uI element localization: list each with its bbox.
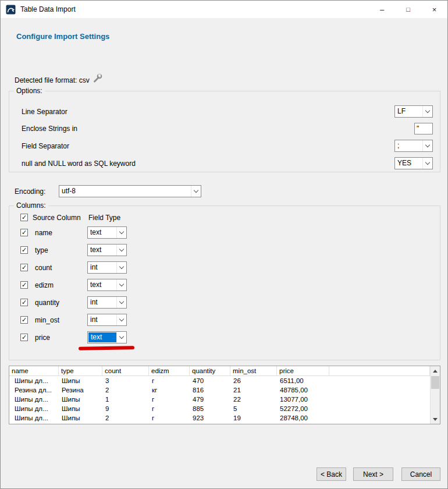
scrollbar-thumb[interactable] bbox=[431, 376, 439, 389]
column-min-ost-checkbox[interactable]: ✓ bbox=[20, 316, 28, 324]
cell-name: Шипы дл... bbox=[9, 404, 59, 413]
null-keyword-label: null and NULL word as SQL keyword bbox=[22, 160, 136, 168]
preview-header-quantity[interactable]: quantity bbox=[190, 366, 230, 375]
minimize-button[interactable]: – bbox=[369, 1, 395, 18]
chevron-down-icon bbox=[422, 106, 432, 117]
cell-quantity: 885 bbox=[190, 404, 230, 413]
preview-header-min-ost[interactable]: min_ost bbox=[230, 366, 277, 375]
source-column-select-all-checkbox[interactable]: ✓ bbox=[20, 214, 28, 221]
column-row-count: ✓ count int bbox=[9, 261, 440, 274]
preview-table: name type count edizm quantity min_ost p… bbox=[9, 366, 440, 424]
table-row[interactable]: Резина дл... Резина 2 кг 816 21 48785,00 bbox=[9, 385, 430, 395]
line-separator-value: LF bbox=[395, 106, 422, 117]
cell-price: 13077,00 bbox=[277, 395, 329, 404]
mysql-workbench-icon bbox=[6, 5, 16, 15]
column-count-type-select[interactable]: int bbox=[87, 261, 127, 274]
source-column-header: Source Column bbox=[33, 214, 81, 222]
column-name-label: name bbox=[35, 229, 52, 237]
column-min-ost-type-select[interactable]: int bbox=[87, 314, 127, 326]
preview-header-name[interactable]: name bbox=[9, 366, 59, 375]
field-separator-select[interactable]: ; bbox=[394, 140, 433, 152]
column-quantity-label: quantity bbox=[35, 299, 59, 307]
column-price-label: price bbox=[35, 334, 50, 342]
table-row[interactable]: Шипы дл... Шипы 2 г 923 19 28748,00 bbox=[9, 413, 430, 423]
chevron-down-icon bbox=[116, 314, 126, 325]
cell-filler bbox=[329, 404, 430, 413]
cell-count: 3 bbox=[102, 376, 149, 385]
close-button[interactable]: × bbox=[421, 1, 447, 18]
column-quantity-type-select[interactable]: int bbox=[87, 296, 127, 309]
preview-header-row: name type count edizm quantity min_ost p… bbox=[9, 366, 430, 376]
columns-group-label: Columns: bbox=[14, 201, 48, 210]
enclose-strings-input[interactable] bbox=[414, 123, 433, 134]
maximize-icon: □ bbox=[406, 6, 410, 13]
cell-price: 48785,00 bbox=[277, 385, 329, 395]
column-price-type-select[interactable]: text bbox=[87, 331, 127, 343]
column-type-label: type bbox=[35, 246, 48, 254]
cell-min-ost: 5 bbox=[230, 404, 277, 413]
column-name-type-select[interactable]: text bbox=[87, 226, 127, 239]
column-edizm-checkbox[interactable]: ✓ bbox=[20, 281, 28, 289]
encoding-select[interactable]: utf-8 bbox=[59, 185, 201, 197]
column-quantity-type-value: int bbox=[88, 297, 116, 308]
column-row-edizm: ✓ edizm text bbox=[9, 279, 440, 292]
column-name-type-value: text bbox=[88, 227, 116, 238]
null-keyword-select[interactable]: YES bbox=[394, 157, 433, 169]
column-type-type-select[interactable]: text bbox=[87, 244, 127, 256]
scroll-down-icon[interactable] bbox=[431, 414, 440, 424]
cell-count: 1 bbox=[102, 395, 149, 404]
cancel-button[interactable]: Cancel bbox=[401, 467, 440, 481]
scroll-up-icon[interactable] bbox=[431, 366, 440, 375]
column-min-ost-label: min_ost bbox=[35, 316, 59, 324]
cell-type: Шипы bbox=[59, 395, 102, 404]
back-button[interactable]: < Back bbox=[317, 467, 346, 481]
preview-header-count[interactable]: count bbox=[102, 366, 149, 375]
cell-price: 6511,00 bbox=[277, 376, 329, 385]
window-title: Table Data Import bbox=[20, 5, 76, 13]
chevron-down-icon bbox=[116, 245, 126, 256]
column-price-checkbox[interactable]: ✓ bbox=[20, 334, 28, 341]
column-edizm-type-select[interactable]: text bbox=[87, 279, 127, 291]
column-row-quantity: ✓ quantity int bbox=[9, 296, 440, 309]
column-count-type-value: int bbox=[88, 262, 116, 273]
wrench-icon[interactable] bbox=[93, 73, 102, 83]
cell-edizm: г bbox=[149, 413, 190, 423]
column-row-name: ✓ name text bbox=[9, 226, 440, 239]
next-button[interactable]: Next > bbox=[353, 467, 393, 481]
cell-name: Резина дл... bbox=[9, 385, 59, 395]
chevron-down-icon bbox=[422, 140, 432, 151]
chevron-down-icon bbox=[116, 297, 126, 308]
table-row[interactable]: Шипы дл... Шипы 3 г 470 26 6511,00 bbox=[9, 376, 430, 385]
column-type-checkbox[interactable]: ✓ bbox=[20, 246, 28, 254]
cell-name: Шипы дл... bbox=[9, 376, 59, 385]
column-price-type-value: text bbox=[88, 332, 116, 342]
table-row[interactable]: Шипы дл... Шипы 9 г 885 5 52272,00 bbox=[9, 404, 430, 413]
column-edizm-label: edizm bbox=[35, 281, 54, 289]
vertical-scrollbar[interactable] bbox=[430, 366, 440, 424]
cell-filler bbox=[329, 376, 430, 385]
maximize-button[interactable]: □ bbox=[395, 1, 421, 18]
chevron-down-icon bbox=[116, 227, 126, 238]
chevron-down-icon bbox=[191, 186, 201, 197]
minimize-icon: – bbox=[380, 5, 384, 14]
enclose-strings-label: Enclose Strings in bbox=[22, 125, 77, 133]
null-keyword-value: YES bbox=[395, 158, 422, 169]
preview-header-type[interactable]: type bbox=[59, 366, 102, 375]
column-name-checkbox[interactable]: ✓ bbox=[20, 229, 28, 236]
cell-price: 52272,00 bbox=[277, 404, 329, 413]
chevron-down-icon bbox=[116, 279, 126, 290]
cell-type: Шипы bbox=[59, 413, 102, 423]
preview-header-edizm[interactable]: edizm bbox=[149, 366, 190, 375]
window-controls: – □ × bbox=[369, 1, 447, 18]
column-quantity-checkbox[interactable]: ✓ bbox=[20, 299, 28, 306]
column-count-checkbox[interactable]: ✓ bbox=[20, 264, 28, 271]
chevron-down-icon bbox=[116, 262, 126, 273]
preview-header-price[interactable]: price bbox=[277, 366, 329, 375]
column-row-min-ost: ✓ min_ost int bbox=[9, 314, 440, 327]
cell-quantity: 479 bbox=[190, 395, 230, 404]
cell-edizm: г bbox=[149, 395, 190, 404]
cell-count: 2 bbox=[102, 413, 149, 423]
line-separator-select[interactable]: LF bbox=[394, 105, 433, 118]
table-row[interactable]: Шипы дл... Шипы 1 г 479 22 13077,00 bbox=[9, 395, 430, 404]
table-data-import-window: Table Data Import – □ × Configure Import… bbox=[0, 0, 448, 489]
